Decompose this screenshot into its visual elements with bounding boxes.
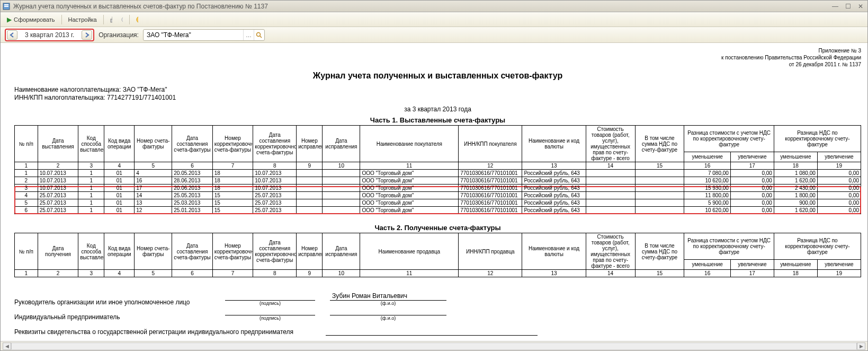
cell: 1: [78, 170, 104, 177]
col-header: Дата исправления: [323, 233, 360, 270]
cell: 25.07.2013: [253, 207, 297, 214]
cell: 0,00: [730, 199, 774, 207]
period-prev-button[interactable]: [7, 30, 17, 40]
cell: ООО "Торговый дом": [360, 185, 459, 192]
close-button[interactable]: ✕: [856, 3, 865, 10]
table-row[interactable]: 425.07.20131011425.05.20131525.07.2013ОО…: [15, 192, 861, 199]
col-header: ИНН/КПП покупателя: [459, 126, 522, 162]
table-row[interactable]: 310.07.20131011720.06.20131810.07.2013ОО…: [15, 185, 861, 192]
cell: 0,00: [817, 185, 861, 192]
toolbar: ▶ Сформировать Настройка ?: [1, 12, 867, 27]
cell: 25.01.2013: [172, 207, 213, 214]
cell: 01: [104, 177, 135, 185]
scroll-right-button[interactable]: ▶: [857, 343, 865, 350]
cell: 15: [212, 192, 253, 199]
cell: 14: [135, 192, 172, 199]
col-subheader: увеличение: [730, 152, 774, 162]
cell: 1: [78, 185, 104, 192]
cell: 0,00: [730, 185, 774, 192]
search-icon: [256, 32, 262, 38]
cell: [297, 207, 323, 214]
cell: 1: [78, 192, 104, 199]
cell: 01: [104, 199, 135, 207]
cell: 25.07.2013: [38, 199, 78, 207]
cell: 10 620,00: [684, 207, 730, 214]
col-subheader: увеличение: [817, 259, 861, 269]
col-header: Разница стоимости с учетом НДС по коррек…: [684, 126, 774, 152]
org-input[interactable]: [144, 31, 243, 39]
appendix-line: от 26 декабря 2011 г. № 1137: [14, 61, 861, 68]
appendix-line: Приложение № 3: [14, 47, 861, 54]
col-header: № п/п: [15, 233, 38, 270]
cell: [323, 199, 360, 207]
sig-label: Реквизиты свидетельства о государственно…: [14, 328, 311, 336]
col-subheader: уменьшение: [774, 152, 817, 162]
col-header: Номер исправления: [297, 233, 323, 270]
params-bar: 3 квартал 2013 г. Организация: …: [1, 27, 867, 43]
col-num: 16: [684, 270, 730, 277]
report-area[interactable]: Приложение № 3 к постановлению Правитель…: [1, 43, 867, 341]
col-header: Код способа выставления: [78, 233, 104, 270]
cell: [635, 199, 684, 207]
scroll-track[interactable]: [11, 343, 857, 350]
taxpayer-line: Наименование налогоплательщика: ЗАО "ТФ-…: [14, 86, 861, 93]
col-num: 4: [104, 270, 135, 277]
col-header: Номер счета-фактуры: [135, 126, 172, 162]
table-row[interactable]: 625.07.20131011225.01.20131525.07.2013ОО…: [15, 207, 861, 214]
cell: 4: [135, 170, 172, 177]
scroll-left-button[interactable]: ◀: [3, 343, 11, 350]
col-num: 11: [360, 270, 459, 277]
cell: 0,00: [817, 177, 861, 185]
cell: 7 080,00: [684, 170, 730, 177]
cell: 1 620,00: [774, 207, 817, 214]
cell: 1 620,00: [774, 177, 817, 185]
cell: 0,00: [817, 199, 861, 207]
settings-button[interactable]: Настройка: [65, 15, 100, 24]
minimize-button[interactable]: —: [830, 3, 840, 10]
cell: 28.06.2013: [172, 177, 213, 185]
tool-icon-1[interactable]: [107, 15, 115, 24]
col-num: 18: [774, 270, 817, 277]
cell: 3: [15, 185, 38, 192]
cell: [297, 177, 323, 185]
col-subheader: увеличение: [817, 152, 861, 162]
svg-point-5: [122, 17, 123, 22]
window-title: Журнал учета полученных и выставленных с…: [13, 3, 268, 10]
maximize-button[interactable]: ☐: [843, 3, 853, 10]
cell: 10.07.2013: [38, 177, 78, 185]
org-search-button[interactable]: [254, 30, 264, 40]
part1-title: Часть 1. Выставленные счета-фактуры: [14, 116, 861, 124]
table-row[interactable]: 210.07.20131011628.06.20131810.07.2013ОО…: [15, 177, 861, 185]
col-num: 12: [459, 162, 522, 170]
period-next-button[interactable]: [82, 30, 92, 40]
cell: [635, 177, 684, 185]
table-row[interactable]: 110.07.2013101420.05.20131810.07.2013ООО…: [15, 170, 861, 177]
part2-title: Часть 2. Полученные счета-фактуры: [14, 224, 861, 232]
col-num: 15: [635, 270, 684, 277]
cell: [586, 177, 635, 185]
col-header: Номер корректировочного счета-фактуры: [212, 126, 253, 162]
table-row[interactable]: 525.07.20131011325.03.20131525.07.2013ОО…: [15, 199, 861, 207]
cell: [297, 199, 323, 207]
cell: 01: [104, 185, 135, 192]
app-window: Журнал учета полученных и выставленных с…: [0, 0, 868, 351]
tool-icon-2[interactable]: [118, 15, 126, 24]
org-select-button[interactable]: …: [243, 30, 254, 40]
cell: Российский рубль, 643: [522, 170, 586, 177]
org-input-wrap: …: [143, 29, 265, 41]
separator: [103, 15, 104, 24]
cell: [586, 192, 635, 199]
app-icon: [3, 3, 10, 10]
col-header: Дата составления счета-фактуры: [172, 126, 213, 162]
col-header: Дата составления корректировочного счета…: [253, 233, 297, 270]
generate-button[interactable]: ▶ Сформировать: [4, 15, 58, 24]
cell: [635, 207, 684, 214]
help-icon[interactable]: ?: [133, 15, 141, 24]
cell: 0,00: [817, 170, 861, 177]
cell: 5 900,00: [684, 199, 730, 207]
col-header: Код вида операции: [104, 126, 135, 162]
cell: 1 080,00: [774, 170, 817, 177]
col-num: 10: [323, 270, 360, 277]
svg-line-9: [260, 36, 262, 38]
sig-label: Руководитель организации или иное уполно…: [14, 299, 210, 306]
